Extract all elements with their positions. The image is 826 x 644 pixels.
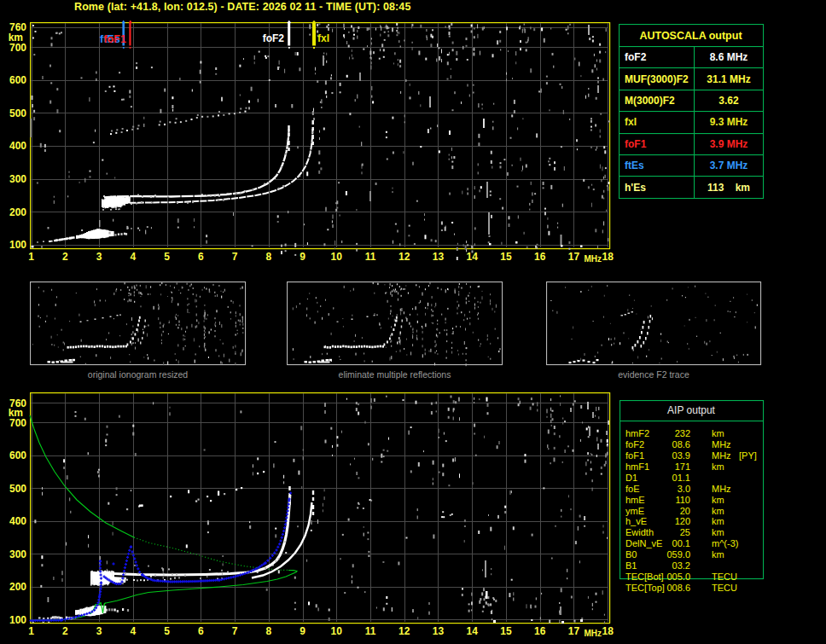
svg-text:005.0: 005.0 bbox=[666, 571, 690, 582]
svg-text:MUF(3000)F2: MUF(3000)F2 bbox=[625, 73, 689, 85]
svg-text:foE: foE bbox=[625, 484, 640, 494]
svg-text:400: 400 bbox=[9, 140, 26, 152]
svg-text:Ewidth: Ewidth bbox=[625, 527, 654, 537]
svg-text:7: 7 bbox=[232, 625, 238, 637]
svg-text:200: 200 bbox=[9, 581, 26, 593]
svg-text:03.2: 03.2 bbox=[672, 560, 690, 571]
svg-text:300: 300 bbox=[9, 548, 26, 560]
svg-text:AUTOSCALA output: AUTOSCALA output bbox=[639, 30, 742, 42]
svg-text:1: 1 bbox=[28, 251, 34, 263]
svg-text:D1: D1 bbox=[625, 473, 637, 483]
svg-text:15: 15 bbox=[500, 251, 512, 263]
svg-text:fxI: fxI bbox=[625, 116, 637, 128]
svg-text:TECU: TECU bbox=[712, 571, 737, 582]
svg-text:3: 3 bbox=[96, 625, 102, 637]
svg-text:MHz: MHz bbox=[712, 484, 731, 494]
svg-text:[PY]: [PY] bbox=[739, 450, 757, 461]
svg-text:17: 17 bbox=[568, 251, 580, 263]
svg-text:km: km bbox=[712, 461, 724, 472]
svg-text:03.9: 03.9 bbox=[672, 450, 690, 461]
svg-text:foF2: foF2 bbox=[625, 439, 644, 450]
svg-text:5: 5 bbox=[164, 251, 170, 263]
svg-text:232: 232 bbox=[675, 428, 690, 438]
svg-text:3.7 MHz: 3.7 MHz bbox=[710, 160, 748, 171]
svg-text:11: 11 bbox=[365, 251, 376, 263]
svg-text:B1: B1 bbox=[625, 560, 637, 571]
svg-text:16: 16 bbox=[534, 251, 546, 263]
svg-text:31.1 MHz: 31.1 MHz bbox=[707, 73, 750, 85]
svg-text:B0: B0 bbox=[625, 549, 637, 560]
svg-text:MHz: MHz bbox=[584, 254, 602, 264]
svg-text:1: 1 bbox=[28, 625, 34, 637]
svg-text:km: km bbox=[9, 32, 23, 44]
svg-text:12: 12 bbox=[398, 251, 410, 263]
svg-text:AIP output: AIP output bbox=[667, 404, 715, 416]
svg-text:3.9 MHz: 3.9 MHz bbox=[710, 138, 748, 150]
svg-text:200: 200 bbox=[9, 206, 26, 218]
svg-text:120: 120 bbox=[675, 516, 690, 526]
svg-text:2: 2 bbox=[62, 625, 68, 637]
svg-text:13: 13 bbox=[433, 251, 445, 263]
svg-text:15: 15 bbox=[500, 625, 512, 637]
svg-text:km: km bbox=[712, 506, 724, 516]
svg-text:08.6: 08.6 bbox=[672, 439, 690, 450]
svg-text:100: 100 bbox=[9, 614, 26, 626]
svg-text:ymE: ymE bbox=[625, 506, 644, 516]
svg-text:MHz: MHz bbox=[584, 629, 602, 638]
svg-text:500: 500 bbox=[9, 483, 26, 495]
svg-text:2: 2 bbox=[62, 251, 68, 263]
svg-text:171: 171 bbox=[675, 461, 690, 472]
svg-text:059.0: 059.0 bbox=[666, 549, 690, 560]
svg-text:h_vE: h_vE bbox=[625, 516, 647, 526]
svg-text:25: 25 bbox=[680, 527, 690, 537]
svg-text:3.0: 3.0 bbox=[678, 484, 690, 494]
svg-text:110: 110 bbox=[675, 495, 690, 505]
svg-text:evidence F2 trace: evidence F2 trace bbox=[618, 369, 689, 380]
svg-text:12: 12 bbox=[398, 625, 410, 637]
svg-text:13: 13 bbox=[433, 625, 445, 637]
svg-text:Rome (lat: +41.8, lon: 012.5): Rome (lat: +41.8, lon: 012.5) - DATE: 20… bbox=[74, 1, 410, 13]
svg-text:18: 18 bbox=[602, 251, 614, 263]
svg-text:10: 10 bbox=[331, 251, 343, 263]
svg-text:16: 16 bbox=[534, 625, 546, 637]
svg-text:foF1: foF1 bbox=[625, 450, 644, 461]
svg-text:400: 400 bbox=[9, 515, 26, 527]
svg-text:8.6 MHz: 8.6 MHz bbox=[710, 51, 748, 63]
svg-text:foF2: foF2 bbox=[263, 32, 285, 44]
svg-text:M(3000)F2: M(3000)F2 bbox=[625, 95, 675, 107]
svg-text:km: km bbox=[712, 495, 724, 505]
svg-text:01.1: 01.1 bbox=[672, 473, 690, 483]
svg-text:11: 11 bbox=[365, 625, 376, 637]
svg-text:foF1: foF1 bbox=[625, 138, 647, 150]
svg-text:MHz: MHz bbox=[712, 450, 731, 461]
svg-text:4: 4 bbox=[130, 251, 136, 263]
svg-text:5: 5 bbox=[164, 625, 170, 637]
svg-text:hmF1: hmF1 bbox=[625, 461, 649, 472]
svg-text:ftEs: ftEs bbox=[625, 160, 644, 171]
svg-text:500: 500 bbox=[9, 107, 26, 119]
svg-text:hmE: hmE bbox=[625, 495, 645, 505]
svg-text:3: 3 bbox=[96, 251, 102, 263]
svg-text:fxI: fxI bbox=[317, 32, 329, 44]
svg-text:original ionogram resized: original ionogram resized bbox=[88, 369, 188, 380]
svg-text:9: 9 bbox=[300, 251, 305, 263]
svg-text:9: 9 bbox=[300, 625, 305, 637]
svg-text:TECU: TECU bbox=[712, 583, 737, 593]
svg-text:14: 14 bbox=[467, 625, 479, 637]
svg-text:TEC[Bot]: TEC[Bot] bbox=[625, 571, 664, 582]
svg-text:km: km bbox=[712, 527, 724, 537]
svg-text:km: km bbox=[712, 428, 724, 438]
svg-text:6: 6 bbox=[198, 251, 204, 263]
svg-text:10: 10 bbox=[331, 625, 343, 637]
svg-text:600: 600 bbox=[9, 450, 26, 461]
svg-text:113 km: 113 km bbox=[707, 182, 750, 194]
svg-text:600: 600 bbox=[9, 74, 26, 86]
svg-text:8: 8 bbox=[265, 251, 271, 263]
svg-text:m^(-3): m^(-3) bbox=[712, 538, 738, 548]
svg-text:18: 18 bbox=[602, 625, 614, 637]
svg-text:TEC[Top]: TEC[Top] bbox=[625, 583, 665, 593]
svg-text:7: 7 bbox=[232, 251, 238, 263]
svg-text:MHz: MHz bbox=[712, 439, 731, 450]
svg-text:km: km bbox=[712, 549, 724, 560]
svg-text:00.1: 00.1 bbox=[672, 538, 690, 548]
